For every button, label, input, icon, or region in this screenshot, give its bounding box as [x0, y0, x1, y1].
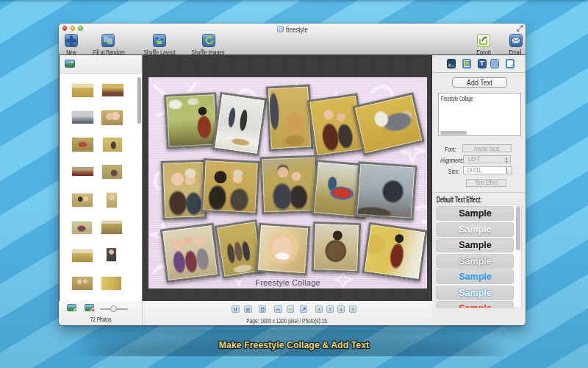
svg-text:Make Freestyle Collage & Add T: Make Freestyle Collage & Add Text: [219, 339, 369, 350]
